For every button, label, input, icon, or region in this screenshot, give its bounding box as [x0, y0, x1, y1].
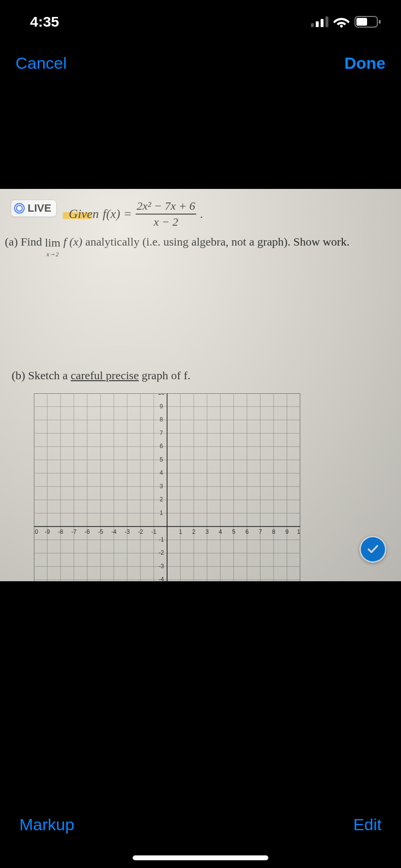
fx-label: f(x) = — [103, 206, 132, 222]
fraction-denominator: x − 2 — [153, 215, 179, 230]
svg-text:-3: -3 — [124, 528, 130, 535]
done-button[interactable]: Done — [344, 54, 386, 73]
live-label: LIVE — [28, 202, 51, 215]
svg-text:-4: -4 — [159, 576, 164, 581]
svg-text:5: 5 — [160, 456, 163, 463]
svg-text:-4: -4 — [111, 528, 117, 535]
svg-rect-3 — [325, 16, 328, 27]
part-b-rest: graph of f. — [142, 369, 191, 382]
svg-text:1: 1 — [160, 510, 163, 516]
svg-text:4: 4 — [160, 469, 163, 476]
photo-area[interactable]: LIVE Given f(x) = 2x² − 7x + 6 x − 2 . (… — [0, 82, 401, 799]
part-a-text: (a) Find lim x→2 f (x) analytically (i.e… — [5, 234, 392, 258]
svg-text:1: 1 — [179, 528, 182, 535]
svg-text:-5: -5 — [98, 528, 103, 535]
svg-text:4: 4 — [219, 528, 222, 535]
svg-rect-1 — [316, 21, 319, 27]
svg-text:5: 5 — [232, 528, 235, 535]
svg-text:7: 7 — [160, 430, 163, 436]
svg-text:-9: -9 — [45, 528, 50, 535]
svg-text:10: 10 — [158, 393, 165, 396]
part-a-prefix: (a) Find — [5, 235, 45, 248]
limit-notation: lim x→2 — [45, 235, 61, 259]
svg-text:-10: -10 — [34, 528, 38, 535]
part-b-underline: careful precise — [71, 369, 139, 382]
svg-rect-2 — [321, 19, 324, 27]
svg-text:8: 8 — [160, 416, 163, 423]
svg-text:2: 2 — [160, 496, 163, 503]
coordinate-grid: -10-9-8-7-6-5-4-3-2-112345678910-9-8-7-6… — [34, 393, 300, 581]
live-icon — [14, 203, 25, 214]
status-time: 4:35 — [30, 14, 59, 30]
svg-text:-6: -6 — [85, 528, 90, 535]
cancel-button[interactable]: Cancel — [15, 54, 67, 73]
svg-text:-8: -8 — [58, 528, 63, 535]
svg-text:-2: -2 — [159, 549, 164, 556]
svg-text:-1: -1 — [159, 536, 164, 543]
svg-text:-3: -3 — [159, 563, 164, 570]
period: . — [200, 207, 203, 222]
fraction-numerator: 2x² − 7x + 6 — [136, 199, 196, 214]
cellular-icon — [311, 16, 328, 27]
svg-text:7: 7 — [259, 528, 262, 535]
svg-rect-6 — [379, 20, 381, 24]
wifi-icon — [333, 16, 350, 28]
svg-text:9: 9 — [285, 528, 289, 535]
battery-icon — [355, 16, 382, 28]
part-a-rest: analytically (i.e. using algebra, not a … — [85, 235, 350, 248]
svg-text:10: 10 — [297, 528, 300, 535]
part-a-fx: f (x) — [63, 235, 82, 248]
part-b-text: (b) Sketch a careful precise graph of f. — [12, 368, 190, 383]
svg-rect-7 — [356, 18, 367, 26]
lim-sub: x→2 — [46, 250, 59, 259]
worksheet-photo: LIVE Given f(x) = 2x² − 7x + 6 x − 2 . (… — [0, 189, 401, 581]
edit-button[interactable]: Edit — [353, 815, 382, 834]
svg-text:3: 3 — [160, 483, 163, 490]
svg-text:-7: -7 — [71, 528, 77, 535]
confirm-check-button[interactable] — [359, 536, 386, 563]
given-expression: Given f(x) = 2x² − 7x + 6 x − 2 . — [69, 199, 203, 230]
svg-text:-1: -1 — [151, 528, 156, 535]
status-bar: 4:35 — [0, 0, 401, 44]
svg-text:3: 3 — [205, 528, 209, 535]
given-label: Given — [69, 206, 99, 222]
svg-text:8: 8 — [272, 528, 276, 535]
lim-top: lim — [45, 235, 61, 250]
svg-text:6: 6 — [160, 443, 163, 450]
svg-rect-0 — [311, 23, 314, 27]
nav-bar: Cancel Done — [0, 44, 401, 82]
home-indicator[interactable] — [133, 855, 268, 860]
svg-point-4 — [340, 25, 343, 28]
live-photo-badge[interactable]: LIVE — [11, 200, 57, 217]
status-icons — [311, 16, 382, 28]
svg-text:9: 9 — [160, 403, 163, 410]
svg-text:6: 6 — [246, 528, 249, 535]
markup-button[interactable]: Markup — [19, 815, 74, 834]
fraction: 2x² − 7x + 6 x − 2 — [136, 199, 196, 230]
part-b-prefix: (b) Sketch a — [12, 369, 71, 382]
check-icon — [366, 542, 380, 557]
svg-text:2: 2 — [192, 528, 196, 535]
svg-text:-2: -2 — [138, 528, 143, 535]
